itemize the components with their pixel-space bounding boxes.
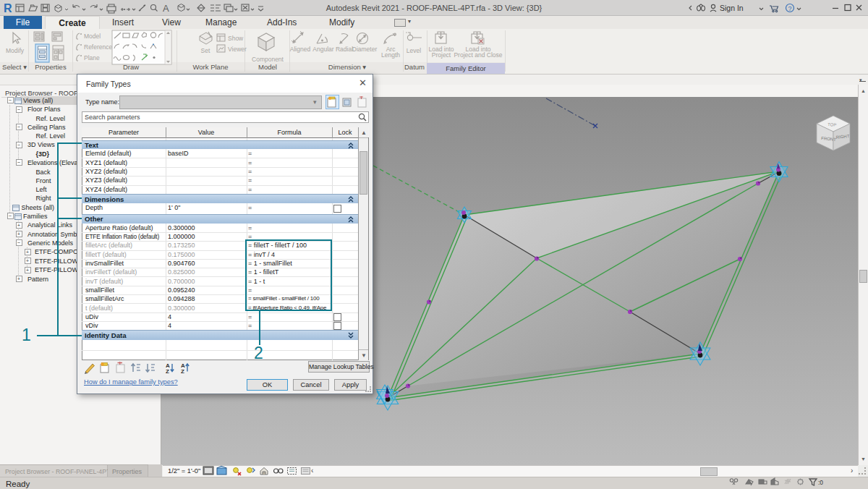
svg-text:Angular: Angular bbox=[312, 46, 333, 53]
svg-text:Project: Project bbox=[432, 51, 451, 59]
svg-text:Family Editor: Family Editor bbox=[446, 64, 485, 72]
svg-text:Z: Z bbox=[166, 368, 169, 374]
svg-text:Project and Close: Project and Close bbox=[454, 51, 502, 59]
svg-text:Aligned: Aligned bbox=[290, 46, 311, 53]
svg-text:Diameter: Diameter bbox=[352, 46, 378, 53]
svg-text:Z: Z bbox=[181, 368, 184, 374]
svg-text:Level: Level bbox=[407, 47, 421, 54]
svg-text:R: R bbox=[4, 2, 12, 14]
svg-text:A: A bbox=[163, 3, 169, 14]
svg-text:Viewer: Viewer bbox=[228, 46, 247, 53]
svg-text:Model: Model bbox=[258, 63, 277, 71]
svg-text:Plane: Plane bbox=[84, 54, 100, 61]
svg-text:Sign In: Sign In bbox=[720, 4, 744, 12]
svg-text:Properties: Properties bbox=[35, 63, 67, 71]
svg-text:Datum: Datum bbox=[404, 63, 425, 71]
svg-text:Length: Length bbox=[381, 51, 400, 59]
svg-text:Autodesk Revit 2021 - ROOF-PAN: Autodesk Revit 2021 - ROOF-PANEL-4PT.rfa… bbox=[326, 4, 542, 12]
svg-text:TOP: TOP bbox=[827, 122, 837, 127]
svg-text:Set: Set bbox=[201, 47, 210, 54]
svg-text:Work Plane: Work Plane bbox=[193, 63, 229, 71]
svg-text:Model: Model bbox=[84, 33, 101, 40]
svg-text:Component: Component bbox=[252, 56, 284, 63]
svg-text:?: ? bbox=[788, 5, 792, 12]
svg-text::0: :0 bbox=[818, 479, 823, 486]
svg-text:Dimension ▾: Dimension ▾ bbox=[328, 63, 367, 71]
svg-text:Reference: Reference bbox=[84, 43, 112, 51]
svg-text:Modify: Modify bbox=[6, 47, 25, 54]
svg-text:Select ▾: Select ▾ bbox=[2, 63, 27, 71]
svg-text:Draw: Draw bbox=[123, 63, 139, 71]
svg-text:Show: Show bbox=[228, 35, 244, 42]
svg-text:Radial: Radial bbox=[336, 46, 353, 53]
